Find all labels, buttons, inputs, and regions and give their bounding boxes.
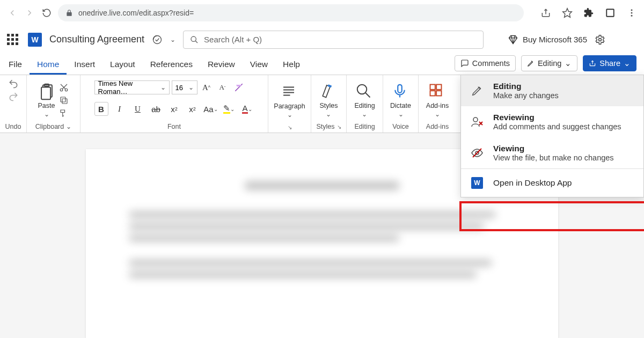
highlight-button[interactable]: ✎⌄ (222, 102, 236, 116)
search-icon (190, 35, 199, 44)
italic-button[interactable]: I (113, 102, 127, 116)
chevron-down-icon: ⌄ (565, 59, 572, 68)
clear-format-icon[interactable] (232, 80, 246, 94)
tab-file[interactable]: File (3, 55, 30, 75)
word-app-icon[interactable]: W (28, 33, 42, 47)
undo-group-label: Undo (5, 122, 21, 131)
tab-layout[interactable]: Layout (103, 55, 143, 75)
editing-mode-button[interactable]: Editing ⌄ (521, 55, 577, 71)
svg-point-11 (473, 117, 478, 122)
svg-line-26 (365, 92, 370, 97)
star-icon[interactable] (561, 7, 573, 19)
svg-point-5 (631, 15, 633, 17)
dictate-button[interactable]: Dictate⌄ (390, 83, 411, 118)
search-icon (355, 83, 374, 101)
addins-button[interactable]: Add-ins⌄ (426, 83, 449, 118)
app-launcher-icon[interactable] (5, 32, 20, 47)
kebab-icon[interactable] (626, 7, 638, 19)
share-icon (589, 60, 596, 67)
share-button[interactable]: Share ⌄ (583, 55, 636, 71)
clipboard-icon (38, 83, 56, 101)
grow-font-icon[interactable]: A^ (200, 80, 214, 94)
svg-rect-31 (436, 91, 441, 95)
styles-icon (319, 83, 338, 101)
tab-insert[interactable]: Insert (67, 55, 103, 75)
cut-icon[interactable] (59, 83, 70, 92)
paste-button[interactable]: Paste ⌄ (38, 83, 56, 118)
styles-button[interactable]: Styles⌄ (319, 83, 338, 118)
bold-button[interactable]: B (94, 102, 108, 116)
svg-rect-20 (61, 97, 65, 102)
font-name-select[interactable]: Times New Roman…⌄ (94, 80, 170, 94)
svg-point-4 (631, 12, 633, 14)
svg-rect-15 (41, 87, 50, 99)
lock-icon (65, 9, 73, 17)
svg-marker-1 (563, 9, 572, 18)
buy-m365-button[interactable]: Buy Microsoft 365 (508, 34, 587, 45)
paragraph-button[interactable]: Paragraph⌄ (274, 83, 305, 119)
comment-icon (460, 59, 469, 68)
copy-icon[interactable] (59, 95, 70, 105)
mic-icon (392, 83, 410, 101)
search-input[interactable]: Search (Alt + Q) (183, 31, 484, 49)
chevron-down-icon: ⌄ (624, 59, 631, 68)
shrink-font-icon[interactable]: Aˇ (216, 80, 230, 94)
back-icon[interactable] (6, 7, 18, 19)
search-placeholder: Search (Alt + Q) (204, 35, 262, 44)
tab-view[interactable]: View (243, 55, 275, 75)
tabs-icon[interactable] (604, 7, 616, 19)
strike-button[interactable]: ab (149, 102, 163, 116)
svg-line-8 (195, 41, 197, 43)
undo-icon[interactable] (8, 78, 19, 89)
extensions-icon[interactable] (583, 7, 595, 19)
superscript-button[interactable]: x2 (186, 102, 200, 116)
tab-home[interactable]: Home (30, 55, 67, 75)
comments-button[interactable]: Comments (455, 55, 516, 71)
browser-right-icons (529, 7, 638, 19)
address-bar[interactable]: onedrive.live.com/edit.aspx?resid= (58, 4, 524, 21)
redo-icon[interactable] (8, 91, 19, 102)
svg-point-25 (357, 84, 367, 94)
svg-rect-19 (62, 99, 67, 104)
reload-icon[interactable] (41, 7, 53, 19)
svg-rect-28 (430, 84, 435, 89)
paragraph-icon (281, 83, 299, 101)
pencil-icon (527, 60, 535, 67)
ribbon-tabs: File Home Insert Layout References Revie… (0, 54, 644, 75)
tab-review[interactable]: Review (200, 55, 243, 75)
forward-icon[interactable] (24, 7, 35, 19)
menu-item-open-desktop[interactable]: W Open in Desktop App (461, 169, 643, 197)
tab-help[interactable]: Help (275, 55, 308, 75)
settings-icon[interactable] (595, 34, 605, 45)
menu-item-viewing[interactable]: Viewing View the file, but make no chang… (461, 137, 643, 168)
account-avatar[interactable] (613, 31, 639, 49)
svg-rect-2 (606, 9, 614, 17)
browser-toolbar: onedrive.live.com/edit.aspx?resid= (0, 0, 644, 26)
pencil-icon (470, 83, 485, 98)
svg-rect-29 (436, 84, 441, 89)
menu-item-reviewing[interactable]: Reviewing Add comments and suggest chang… (461, 106, 643, 137)
subscript-button[interactable]: x2 (167, 102, 181, 116)
font-size-select[interactable]: 16⌄ (172, 80, 197, 94)
svg-rect-27 (398, 84, 402, 92)
font-group-label: Font (167, 123, 181, 130)
tab-references[interactable]: References (143, 55, 200, 75)
font-color-button[interactable]: A⌄ (240, 102, 254, 116)
svg-point-3 (631, 9, 633, 11)
addins-icon (428, 83, 447, 101)
svg-rect-30 (430, 91, 435, 95)
app-header: W Consulting Agreement ⌄ Search (Alt + Q… (0, 26, 644, 54)
document-title[interactable]: Consulting Agreement (49, 34, 144, 45)
underline-button[interactable]: U (131, 102, 145, 116)
find-button[interactable]: Editing⌄ (354, 83, 375, 118)
svg-point-7 (191, 36, 196, 41)
diamond-icon (508, 34, 518, 45)
menu-item-editing[interactable]: Editing Make any changes (461, 75, 643, 106)
change-case-button[interactable]: Aa ⌄ (204, 102, 218, 116)
share-page-icon[interactable] (540, 7, 552, 19)
svg-point-9 (599, 38, 602, 41)
format-painter-icon[interactable] (59, 108, 70, 118)
title-chevron-icon[interactable]: ⌄ (170, 36, 175, 43)
review-icon (470, 114, 485, 129)
editing-mode-menu: Editing Make any changes Reviewing Add c… (460, 75, 644, 197)
